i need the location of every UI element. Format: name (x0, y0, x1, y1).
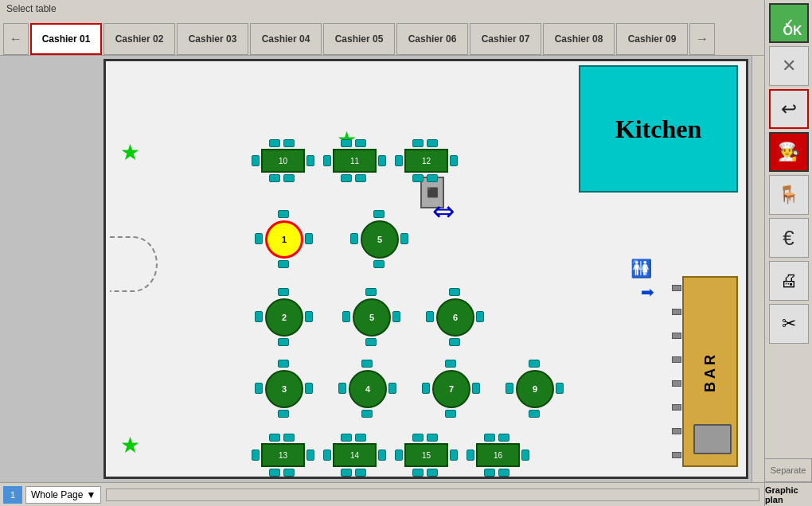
chair (341, 469, 352, 477)
separate-button[interactable]: Separate (764, 458, 812, 482)
tab-cashier02[interactable]: Cashier 02 (103, 23, 175, 55)
chair (365, 288, 377, 296)
chair (422, 383, 430, 394)
sep-tick (672, 404, 681, 411)
floor-plan: ★ ★ ★ Kitchen ⬛ ⇔ 🚻 ➡ BAR (103, 59, 748, 479)
graphic-plan-label: Graphic plan (764, 482, 812, 506)
table-round-1[interactable]: 1 (265, 220, 303, 259)
table-round-9[interactable]: 9 (516, 370, 554, 408)
chair (306, 450, 314, 461)
undo-icon: ↩ (781, 98, 797, 120)
chair (341, 434, 352, 442)
page-dropdown[interactable]: Whole Page ▼ (25, 486, 101, 504)
barstool-button[interactable]: 🪑 (769, 175, 809, 215)
close-icon: ✕ (782, 56, 796, 76)
direction-arrow-icon: ➡ (641, 282, 654, 302)
tab-cashier03[interactable]: Cashier 03 (177, 23, 248, 55)
chair (373, 260, 385, 268)
table-rect-11[interactable]: 11 (333, 149, 377, 173)
waiter-button[interactable]: 🧑‍🍳 (769, 132, 809, 172)
bar-separator (671, 276, 682, 467)
chair (556, 383, 564, 394)
cashier-tabs: ← Cashier 01 Cashier 02 Cashier 03 Cashi… (3, 9, 809, 55)
right-toolbar: ✓ OK ✕ ↩ 🧑‍🍳 🪑 € 🖨 ✂ (764, 0, 812, 506)
table-round-6[interactable]: 6 (436, 298, 474, 337)
chair (269, 174, 280, 182)
table-rect-13[interactable]: 13 (261, 443, 305, 467)
table-rect-14[interactable]: 14 (333, 443, 377, 467)
table-rect-16[interactable]: 16 (476, 443, 520, 467)
table-round-7[interactable]: 7 (432, 370, 470, 408)
chair (323, 155, 331, 166)
chair (269, 469, 280, 477)
bottom-bar: 1 Whole Page ▼ (0, 482, 764, 506)
chair (278, 260, 289, 268)
table-round-2[interactable]: 2 (265, 298, 303, 337)
chair (252, 450, 260, 461)
table-round-5a[interactable]: 5 (361, 220, 399, 259)
chair (338, 383, 346, 394)
star-icon-topleft: ★ (120, 139, 140, 165)
table-rect-12[interactable]: 12 (404, 149, 448, 173)
chair (269, 434, 280, 442)
table-round-4[interactable]: 4 (349, 370, 387, 408)
kitchen-area: Kitchen (579, 65, 738, 193)
tab-cashier05[interactable]: Cashier 05 (323, 23, 395, 55)
chair (427, 434, 438, 442)
printer-icon: 🖨 (780, 271, 798, 291)
chair (467, 450, 474, 461)
tab-cashier04[interactable]: Cashier 04 (250, 23, 322, 55)
chair (255, 383, 263, 394)
chair (278, 410, 289, 418)
chair (255, 311, 263, 322)
undo-button[interactable]: ↩ (769, 89, 809, 129)
star-icon-bottomleft: ★ (120, 432, 140, 458)
tab-cashier08[interactable]: Cashier 08 (543, 23, 615, 55)
chair (252, 155, 260, 166)
next-tab-button[interactable]: → (689, 23, 715, 55)
horizontal-scrollbar[interactable] (106, 488, 759, 501)
tab-cashier01[interactable]: Cashier 01 (30, 23, 102, 55)
chair (378, 450, 386, 461)
table-round-3[interactable]: 3 (265, 370, 303, 408)
euro-button[interactable]: € (769, 218, 809, 258)
chair (498, 434, 509, 442)
swap-arrows-icon: ⇔ (432, 195, 455, 227)
sep-tick (672, 452, 681, 458)
chair (341, 174, 352, 182)
vertical-scrollbar[interactable] (751, 56, 764, 482)
dropdown-arrow-icon: ▼ (86, 489, 96, 500)
page-indicator: 1 (3, 486, 22, 504)
chair (400, 233, 408, 244)
chair (449, 338, 460, 346)
chair (305, 233, 313, 244)
close-button[interactable]: ✕ (769, 46, 809, 86)
chair (305, 311, 313, 322)
chair (283, 139, 295, 147)
chair (449, 288, 460, 296)
restroom-icon: 🚻 (630, 259, 652, 279)
chair (395, 450, 403, 461)
ok-button[interactable]: ✓ OK (769, 3, 809, 43)
prev-tab-button[interactable]: ← (3, 23, 29, 55)
chair (529, 410, 540, 418)
calculator-icon (693, 424, 732, 454)
table-rect-15[interactable]: 15 (404, 443, 448, 467)
chair (361, 410, 373, 418)
table-rect-10[interactable]: 10 (261, 149, 305, 173)
chair (445, 410, 456, 418)
print-button[interactable]: 🖨 (769, 261, 809, 301)
chair (350, 233, 358, 244)
chair (305, 383, 313, 394)
tab-cashier06[interactable]: Cashier 06 (396, 23, 468, 55)
scissors-button[interactable]: ✂ (769, 304, 809, 344)
tab-cashier07[interactable]: Cashier 07 (470, 23, 541, 55)
bar-label: BAR (702, 352, 719, 392)
page-dropdown-label: Whole Page (31, 489, 83, 500)
euro-icon: € (783, 226, 794, 251)
chair (269, 139, 280, 147)
tab-cashier09[interactable]: Cashier 09 (616, 23, 688, 55)
table-round-5[interactable]: 5 (353, 298, 391, 337)
chair (412, 174, 424, 182)
ok-label: OK (783, 24, 802, 38)
